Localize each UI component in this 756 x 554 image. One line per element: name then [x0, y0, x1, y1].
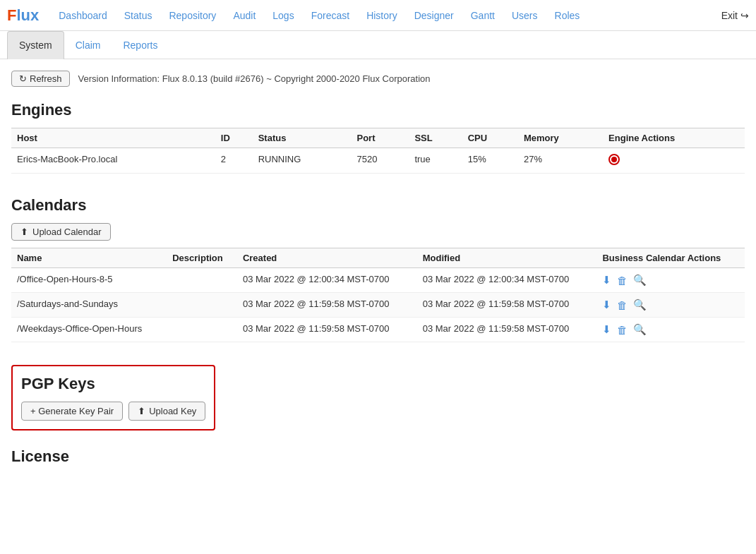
cal-modified-1: 03 Mar 2022 @ 11:59:58 MST-0700: [417, 293, 597, 318]
engines-col-cpu: CPU: [462, 128, 518, 148]
nav-users[interactable]: Users: [503, 10, 546, 21]
pgp-keys-section: PGP Keys + Generate Key Pair ⬆ Upload Ke…: [11, 365, 215, 430]
table-row: /Weekdays-Office-Open-Hours 03 Mar 2022 …: [11, 318, 745, 342]
calendar-action-icons: ⬇ 🗑 🔍: [602, 299, 739, 311]
refresh-icon: ↻: [19, 73, 27, 84]
delete-calendar-icon[interactable]: 🗑: [617, 324, 628, 336]
nav-gantt[interactable]: Gantt: [462, 10, 503, 21]
engines-col-host: Host: [11, 128, 215, 148]
cal-created-2: 03 Mar 2022 @ 11:59:58 MST-0700: [237, 318, 417, 342]
upload-calendar-button[interactable]: ⬆ Upload Calendar: [11, 223, 111, 241]
engine-host: Erics-MacBook-Pro.local: [11, 148, 215, 174]
table-row: Erics-MacBook-Pro.local 2 RUNNING 7520 t…: [11, 148, 745, 174]
refresh-button[interactable]: ↻ Refresh: [11, 71, 70, 87]
table-row: /Saturdays-and-Sundays 03 Mar 2022 @ 11:…: [11, 293, 745, 318]
cal-name-2: /Weekdays-Office-Open-Hours: [11, 318, 167, 342]
cal-col-modified: Modified: [417, 248, 597, 268]
cal-col-actions: Business Calendar Actions: [596, 248, 745, 268]
nav-repository[interactable]: Repository: [160, 10, 224, 21]
main-content: ↻ Refresh Version Information: Flux 8.0.…: [0, 59, 756, 477]
cal-actions-0: ⬇ 🗑 🔍: [596, 268, 745, 293]
nav-links: Dashboard Status Repository Audit Logs F…: [50, 10, 588, 21]
cal-actions-1: ⬇ 🗑 🔍: [596, 293, 745, 318]
upload-key-button[interactable]: ⬆ Upload Key: [128, 402, 205, 421]
nav-audit[interactable]: Audit: [224, 10, 264, 21]
nav-forecast[interactable]: Forecast: [303, 10, 358, 21]
upload-key-icon: ⬆: [138, 406, 145, 416]
engines-col-id: ID: [215, 128, 253, 148]
engine-port: 7520: [351, 148, 409, 174]
refresh-label: Refresh: [30, 73, 62, 84]
table-row: /Office-Open-Hours-8-5 03 Mar 2022 @ 12:…: [11, 268, 745, 293]
engines-col-actions: Engine Actions: [603, 128, 745, 148]
cal-col-description: Description: [167, 248, 237, 268]
generate-key-pair-button[interactable]: + Generate Key Pair: [21, 402, 123, 421]
cal-actions-2: ⬇ 🗑 🔍: [596, 318, 745, 342]
nav-history[interactable]: History: [358, 10, 406, 21]
calendar-action-icons: ⬇ 🗑 🔍: [602, 323, 739, 336]
engines-table: Host ID Status Port SSL CPU Memory Engin…: [11, 128, 745, 174]
download-calendar-icon[interactable]: ⬇: [602, 299, 611, 311]
download-calendar-icon[interactable]: ⬇: [602, 274, 611, 287]
generate-key-label: + Generate Key Pair: [30, 406, 114, 416]
calendars-table: Name Description Created Modified Busine…: [11, 248, 745, 342]
engines-col-port: Port: [351, 128, 409, 148]
engine-status: RUNNING: [253, 148, 352, 174]
delete-calendar-icon[interactable]: 🗑: [617, 275, 628, 287]
cal-desc-2: [167, 318, 237, 342]
license-title: License: [11, 447, 745, 466]
cal-created-1: 03 Mar 2022 @ 11:59:58 MST-0700: [237, 293, 417, 318]
engine-actions: [603, 148, 745, 174]
top-nav: Flux Dashboard Status Repository Audit L…: [0, 0, 756, 31]
upload-key-label: Upload Key: [149, 406, 196, 416]
sub-nav: System Claim Reports: [0, 31, 756, 59]
cal-col-created: Created: [237, 248, 417, 268]
cal-desc-1: [167, 293, 237, 318]
sub-nav-reports[interactable]: Reports: [112, 31, 169, 59]
download-calendar-icon[interactable]: ⬇: [602, 323, 611, 336]
engines-title: Engines: [11, 101, 745, 119]
cal-desc-0: [167, 268, 237, 293]
exit-arrow-icon: ↪: [740, 10, 749, 21]
sub-nav-system[interactable]: System: [7, 31, 64, 59]
cal-name-1: /Saturdays-and-Sundays: [11, 293, 167, 318]
engines-col-status: Status: [253, 128, 352, 148]
cal-col-name: Name: [11, 248, 167, 268]
search-calendar-icon[interactable]: 🔍: [633, 299, 647, 311]
logo: Flux: [7, 6, 39, 25]
nav-roles[interactable]: Roles: [546, 10, 589, 21]
pgp-keys-title: PGP Keys: [21, 375, 205, 393]
exit-label: Exit: [721, 10, 738, 21]
cal-name-0: /Office-Open-Hours-8-5: [11, 268, 167, 293]
nav-status[interactable]: Status: [116, 10, 161, 21]
calendars-title: Calendars: [11, 196, 745, 215]
nav-logs[interactable]: Logs: [264, 10, 302, 21]
pgp-buttons: + Generate Key Pair ⬆ Upload Key: [21, 402, 205, 421]
engine-id: 2: [215, 148, 253, 174]
calendars-section: Calendars ⬆ Upload Calendar Name Descrip…: [11, 196, 745, 342]
delete-calendar-icon[interactable]: 🗑: [617, 299, 628, 311]
search-calendar-icon[interactable]: 🔍: [633, 323, 647, 336]
search-calendar-icon[interactable]: 🔍: [633, 274, 647, 287]
engine-cpu: 15%: [462, 148, 518, 174]
exit-button[interactable]: Exit ↪: [721, 10, 749, 21]
refresh-bar: ↻ Refresh Version Information: Flux 8.0.…: [11, 71, 745, 87]
upload-calendar-label: Upload Calendar: [32, 227, 102, 237]
engines-col-memory: Memory: [518, 128, 603, 148]
cal-modified-0: 03 Mar 2022 @ 12:00:34 MST-0700: [417, 268, 597, 293]
engines-col-ssl: SSL: [409, 128, 462, 148]
engine-memory: 27%: [518, 148, 603, 174]
cal-modified-2: 03 Mar 2022 @ 11:59:58 MST-0700: [417, 318, 597, 342]
nav-designer[interactable]: Designer: [406, 10, 462, 21]
cal-created-0: 03 Mar 2022 @ 12:00:34 MST-0700: [237, 268, 417, 293]
stop-engine-icon[interactable]: [608, 154, 620, 165]
nav-dashboard[interactable]: Dashboard: [50, 10, 116, 21]
logo-text: Flux: [7, 6, 39, 25]
sub-nav-claim[interactable]: Claim: [64, 31, 112, 59]
license-section: License: [11, 447, 745, 466]
engines-section: Engines Host ID Status Port SSL CPU Memo…: [11, 101, 745, 174]
engine-ssl: true: [409, 148, 462, 174]
calendar-action-icons: ⬇ 🗑 🔍: [602, 274, 739, 287]
version-info: Version Information: Flux 8.0.13 (build …: [78, 73, 431, 84]
upload-calendar-icon: ⬆: [20, 227, 28, 237]
